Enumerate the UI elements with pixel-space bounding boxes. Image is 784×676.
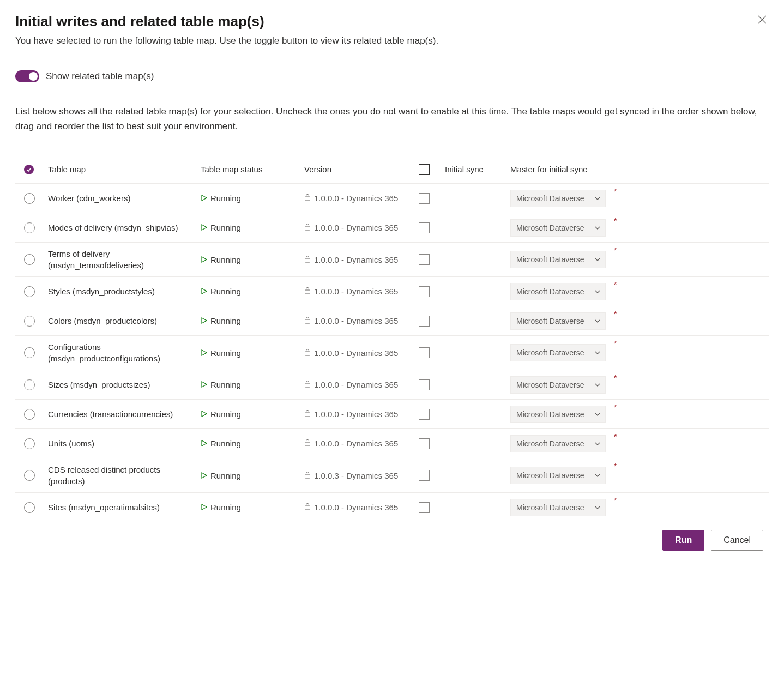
row-version: 1.0.0.0 - Dynamics 365 — [314, 223, 398, 232]
row-name: Worker (cdm_workers) — [48, 192, 201, 204]
svg-rect-3 — [305, 290, 310, 294]
table-row: Configurations (msdyn_productconfigurati… — [15, 336, 769, 370]
chevron-down-icon — [594, 504, 601, 511]
row-status: Running — [210, 223, 241, 232]
row-radio[interactable] — [24, 470, 35, 481]
check-all-icon[interactable] — [24, 165, 34, 174]
svg-rect-2 — [305, 258, 310, 262]
master-select-value: Microsoft Dataverse — [516, 381, 584, 389]
lock-icon — [304, 503, 311, 512]
svg-rect-8 — [305, 442, 310, 446]
lock-icon — [304, 316, 311, 325]
row-radio[interactable] — [24, 222, 35, 233]
master-select[interactable]: Microsoft Dataverse — [510, 219, 606, 237]
chevron-down-icon — [594, 195, 601, 202]
row-radio[interactable] — [24, 438, 35, 449]
row-name: Currencies (transactioncurrencies) — [48, 408, 201, 420]
row-status: Running — [210, 380, 241, 389]
lock-icon — [304, 409, 311, 419]
table-row: CDS released distinct products (products… — [15, 458, 769, 493]
master-select[interactable]: Microsoft Dataverse — [510, 467, 606, 484]
row-radio[interactable] — [24, 254, 35, 265]
close-icon — [758, 15, 767, 24]
row-initial-sync-checkbox[interactable] — [419, 316, 430, 327]
row-name: Units (uoms) — [48, 438, 201, 449]
table-row: Units (uoms) Running 1.0.0.0 - Dynamics … — [15, 429, 769, 458]
lock-icon — [304, 348, 311, 358]
table-row: Terms of delivery (msdyn_termsofdeliveri… — [15, 243, 769, 277]
cancel-button[interactable]: Cancel — [711, 530, 763, 551]
lock-icon — [304, 380, 311, 389]
required-asterisk: * — [614, 339, 625, 348]
row-status: Running — [210, 194, 241, 203]
required-asterisk: * — [614, 216, 625, 225]
row-name: Terms of delivery (msdyn_termsofdeliveri… — [48, 248, 201, 271]
row-radio[interactable] — [24, 347, 35, 358]
row-status: Running — [210, 255, 241, 264]
row-version: 1.0.0.0 - Dynamics 365 — [314, 409, 398, 419]
row-radio[interactable] — [24, 379, 35, 390]
row-initial-sync-checkbox[interactable] — [419, 409, 430, 420]
master-select[interactable]: Microsoft Dataverse — [510, 435, 606, 452]
chevron-down-icon — [594, 472, 601, 479]
col-header-version: Version — [304, 165, 419, 174]
svg-rect-9 — [305, 474, 310, 478]
master-select[interactable]: Microsoft Dataverse — [510, 190, 606, 207]
row-initial-sync-checkbox[interactable] — [419, 193, 430, 204]
table-row: Colors (msdyn_productcolors) Running 1.0… — [15, 306, 769, 336]
col-header-name: Table map — [48, 165, 201, 174]
show-related-toggle[interactable] — [15, 70, 39, 82]
master-select[interactable]: Microsoft Dataverse — [510, 499, 606, 516]
row-name: Configurations (msdyn_productconfigurati… — [48, 341, 201, 364]
chevron-down-icon — [594, 440, 601, 447]
required-asterisk: * — [614, 310, 625, 318]
master-select[interactable]: Microsoft Dataverse — [510, 283, 606, 300]
master-select-value: Microsoft Dataverse — [516, 471, 584, 480]
required-asterisk: * — [614, 187, 625, 196]
master-select-value: Microsoft Dataverse — [516, 194, 584, 203]
row-status: Running — [210, 439, 241, 448]
master-select[interactable]: Microsoft Dataverse — [510, 406, 606, 423]
chevron-down-icon — [594, 256, 601, 263]
required-asterisk: * — [614, 403, 625, 412]
initial-sync-header-checkbox[interactable] — [419, 164, 430, 175]
master-select[interactable]: Microsoft Dataverse — [510, 312, 606, 330]
row-radio[interactable] — [24, 193, 35, 204]
master-select[interactable]: Microsoft Dataverse — [510, 344, 606, 361]
lock-icon — [304, 471, 311, 480]
row-radio[interactable] — [24, 502, 35, 513]
row-radio[interactable] — [24, 286, 35, 297]
running-icon — [201, 316, 207, 325]
required-asterisk: * — [614, 432, 625, 441]
row-initial-sync-checkbox[interactable] — [419, 379, 430, 390]
running-icon — [201, 348, 207, 358]
row-initial-sync-checkbox[interactable] — [419, 254, 430, 265]
toggle-label: Show related table map(s) — [46, 71, 154, 82]
chevron-down-icon — [594, 411, 601, 418]
row-version: 1.0.0.0 - Dynamics 365 — [314, 439, 398, 448]
dialog-subtitle: You have selected to run the following t… — [15, 35, 769, 46]
dialog-title: Initial writes and related table map(s) — [15, 13, 264, 30]
close-button[interactable] — [756, 13, 769, 28]
required-asterisk: * — [614, 280, 625, 289]
row-name: Colors (msdyn_productcolors) — [48, 315, 201, 327]
row-version: 1.0.0.0 - Dynamics 365 — [314, 194, 398, 203]
table-row: Sites (msdyn_operationalsites) Running 1… — [15, 493, 769, 522]
row-initial-sync-checkbox[interactable] — [419, 286, 430, 297]
row-initial-sync-checkbox[interactable] — [419, 222, 430, 233]
row-initial-sync-checkbox[interactable] — [419, 470, 430, 481]
svg-rect-0 — [305, 197, 310, 201]
table-row: Currencies (transactioncurrencies) Runni… — [15, 400, 769, 429]
running-icon — [201, 409, 207, 419]
row-name: CDS released distinct products (products… — [48, 464, 201, 487]
lock-icon — [304, 287, 311, 296]
dialog-description: List below shows all the related table m… — [15, 104, 769, 134]
run-button[interactable]: Run — [662, 530, 704, 551]
master-select[interactable]: Microsoft Dataverse — [510, 376, 606, 394]
master-select[interactable]: Microsoft Dataverse — [510, 251, 606, 268]
row-initial-sync-checkbox[interactable] — [419, 438, 430, 449]
row-initial-sync-checkbox[interactable] — [419, 502, 430, 513]
row-radio[interactable] — [24, 316, 35, 327]
row-radio[interactable] — [24, 409, 35, 420]
row-initial-sync-checkbox[interactable] — [419, 347, 430, 358]
